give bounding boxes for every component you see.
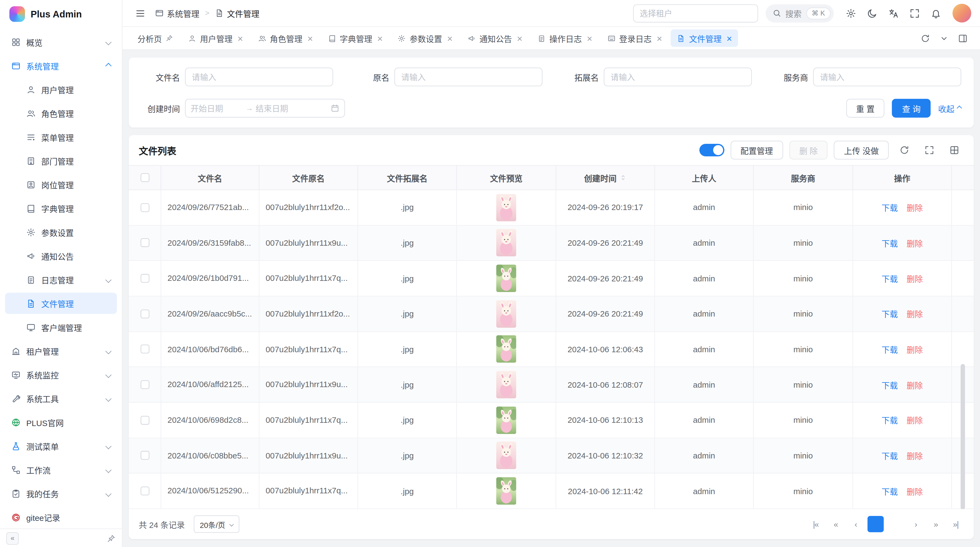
sidebar-item[interactable]: gitee记录 xyxy=(5,507,117,528)
breadcrumb-item[interactable]: 系统管理 xyxy=(155,7,199,19)
filter-field-input[interactable] xyxy=(395,67,542,86)
download-link[interactable]: 下载 xyxy=(881,414,898,426)
filter-field-input[interactable] xyxy=(813,67,961,86)
reset-button[interactable]: 重 置 xyxy=(846,99,885,118)
language-button[interactable] xyxy=(884,4,902,22)
tab[interactable]: 分析页 xyxy=(131,29,180,47)
toggle-panel-button[interactable] xyxy=(954,29,971,47)
tenant-select-input[interactable] xyxy=(633,4,758,22)
download-link[interactable]: 下载 xyxy=(881,273,898,284)
pin-sidebar-icon[interactable] xyxy=(107,534,116,543)
dark-mode-button[interactable] xyxy=(862,4,881,22)
refresh-page-button[interactable] xyxy=(916,29,934,47)
user-avatar[interactable] xyxy=(953,4,971,22)
filter-field-input[interactable] xyxy=(185,67,333,86)
download-link[interactable]: 下载 xyxy=(881,343,898,355)
row-checkbox[interactable] xyxy=(140,309,149,318)
tab[interactable]: 字典管理 × xyxy=(321,29,389,47)
refresh-table-button[interactable] xyxy=(895,141,914,159)
row-checkbox[interactable] xyxy=(140,203,149,212)
close-icon[interactable]: × xyxy=(447,33,452,43)
sidebar-item[interactable]: 系统管理 xyxy=(5,55,117,76)
sidebar-item[interactable]: 文件管理 xyxy=(5,293,117,314)
file-preview-thumbnail[interactable] xyxy=(496,300,516,328)
row-checkbox[interactable] xyxy=(140,239,149,247)
sidebar-item[interactable]: 工作流 xyxy=(5,459,117,480)
sidebar-item[interactable]: 日志管理 xyxy=(5,269,117,290)
delete-link[interactable]: 删除 xyxy=(907,273,923,284)
tab[interactable]: 登录日志 × xyxy=(601,29,668,47)
config-toggle[interactable] xyxy=(699,144,724,156)
delete-link[interactable]: 删除 xyxy=(907,308,923,320)
table-scrollbar-thumb[interactable] xyxy=(961,364,965,509)
download-link[interactable]: 下载 xyxy=(881,450,898,462)
tab-options-button[interactable] xyxy=(935,29,953,47)
settings-button[interactable] xyxy=(841,4,860,22)
close-icon[interactable]: × xyxy=(587,33,592,43)
tab[interactable]: 文件管理 × xyxy=(671,29,738,47)
pagination-fast-next-button[interactable]: » xyxy=(928,516,944,532)
logo[interactable]: Plus Admin xyxy=(0,0,122,27)
select-all-header[interactable] xyxy=(129,166,161,189)
tab[interactable]: 角色管理 × xyxy=(252,29,319,47)
download-link[interactable]: 下载 xyxy=(881,202,898,214)
delete-link[interactable]: 删除 xyxy=(907,485,923,497)
delete-link[interactable]: 删除 xyxy=(907,414,923,426)
pagination-page-button[interactable] xyxy=(888,516,904,532)
sidebar-item[interactable]: 用户管理 xyxy=(5,79,117,100)
sidebar-item[interactable]: 角色管理 xyxy=(5,103,117,124)
query-button[interactable]: 查 询 xyxy=(892,99,931,118)
pin-icon[interactable] xyxy=(165,34,173,42)
delete-link[interactable]: 删除 xyxy=(907,202,923,214)
sidebar-item[interactable]: 参数设置 xyxy=(5,222,117,243)
download-link[interactable]: 下载 xyxy=(881,485,898,497)
file-preview-thumbnail[interactable] xyxy=(496,265,516,292)
download-link[interactable]: 下载 xyxy=(881,237,898,249)
column-settings-button[interactable] xyxy=(945,141,964,159)
delete-link[interactable]: 删除 xyxy=(907,379,923,391)
file-preview-thumbnail[interactable] xyxy=(496,336,516,363)
download-link[interactable]: 下载 xyxy=(881,308,898,320)
download-link[interactable]: 下载 xyxy=(881,379,898,391)
sidebar-item[interactable]: 岗位管理 xyxy=(5,174,117,195)
sidebar-item[interactable]: 系统工具 xyxy=(5,388,117,409)
filter-field-input[interactable] xyxy=(604,67,752,86)
tab[interactable]: 参数设置 × xyxy=(391,29,459,47)
tab[interactable]: 用户管理 × xyxy=(182,29,249,47)
file-preview-thumbnail[interactable] xyxy=(496,477,516,505)
close-icon[interactable]: × xyxy=(657,33,662,43)
breadcrumb-item-current[interactable]: 文件管理 xyxy=(215,7,259,19)
sidebar-item[interactable]: 部门管理 xyxy=(5,150,117,171)
sidebar-item[interactable]: 系统监控 xyxy=(5,364,117,385)
delete-link[interactable]: 删除 xyxy=(907,343,923,355)
row-checkbox[interactable] xyxy=(140,451,149,460)
global-search-button[interactable]: 搜索 ⌘ K xyxy=(765,4,834,22)
row-checkbox[interactable] xyxy=(140,274,149,283)
date-end-input[interactable] xyxy=(256,104,308,113)
notifications-button[interactable] xyxy=(926,4,945,22)
pagination-prev-button[interactable]: ‹ xyxy=(848,516,864,532)
tab[interactable]: 操作日志 × xyxy=(531,29,598,47)
upload-button[interactable]: 上传 没做 xyxy=(834,141,889,159)
sidebar-item[interactable]: 菜单管理 xyxy=(5,126,117,148)
select-all-checkbox[interactable] xyxy=(140,173,149,182)
file-preview-thumbnail[interactable] xyxy=(496,229,516,257)
collapse-filters-link[interactable]: 收起 xyxy=(938,102,961,114)
sidebar-item[interactable]: 字典管理 xyxy=(5,198,117,219)
close-icon[interactable]: × xyxy=(307,33,313,43)
row-checkbox[interactable] xyxy=(140,380,149,389)
sidebar-item[interactable]: 客户端管理 xyxy=(5,317,117,338)
row-checkbox[interactable] xyxy=(140,345,149,354)
delete-link[interactable]: 删除 xyxy=(907,450,923,462)
file-preview-thumbnail[interactable] xyxy=(496,442,516,469)
pagination-page-button[interactable] xyxy=(867,516,884,532)
close-icon[interactable]: × xyxy=(238,33,243,43)
file-preview-thumbnail[interactable] xyxy=(496,407,516,434)
table-fullscreen-button[interactable] xyxy=(920,141,939,159)
date-range-picker[interactable]: → xyxy=(185,99,345,118)
column-header-created-time[interactable]: 创建时间 xyxy=(556,166,655,189)
pagination-last-button[interactable]: »| xyxy=(948,516,964,532)
sidebar-item[interactable]: PLUS官网 xyxy=(5,411,117,433)
file-preview-thumbnail[interactable] xyxy=(496,194,516,221)
hamburger-menu-button[interactable] xyxy=(131,4,149,22)
